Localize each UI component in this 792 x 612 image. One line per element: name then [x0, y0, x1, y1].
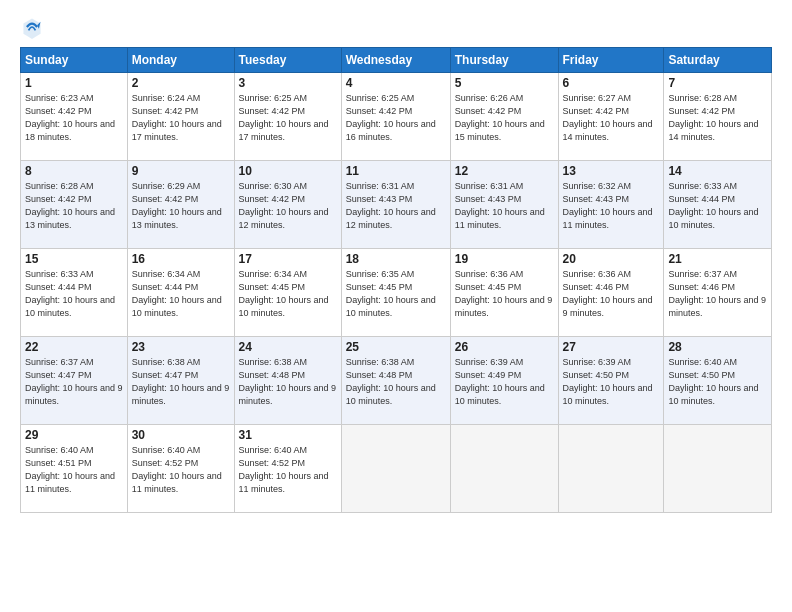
- calendar-cell: 14 Sunrise: 6:33 AM Sunset: 4:44 PM Dayl…: [664, 161, 772, 249]
- calendar-table: SundayMondayTuesdayWednesdayThursdayFrid…: [20, 47, 772, 513]
- day-number: 29: [25, 428, 123, 442]
- calendar-cell: 5 Sunrise: 6:26 AM Sunset: 4:42 PM Dayli…: [450, 73, 558, 161]
- day-info: Sunrise: 6:38 AM Sunset: 4:48 PM Dayligh…: [346, 356, 446, 408]
- header-day: Sunday: [21, 48, 128, 73]
- calendar-cell: 6 Sunrise: 6:27 AM Sunset: 4:42 PM Dayli…: [558, 73, 664, 161]
- day-info: Sunrise: 6:37 AM Sunset: 4:47 PM Dayligh…: [25, 356, 123, 408]
- calendar-cell: 22 Sunrise: 6:37 AM Sunset: 4:47 PM Dayl…: [21, 337, 128, 425]
- header-day: Wednesday: [341, 48, 450, 73]
- day-info: Sunrise: 6:33 AM Sunset: 4:44 PM Dayligh…: [668, 180, 767, 232]
- day-info: Sunrise: 6:30 AM Sunset: 4:42 PM Dayligh…: [239, 180, 337, 232]
- day-info: Sunrise: 6:40 AM Sunset: 4:51 PM Dayligh…: [25, 444, 123, 496]
- day-number: 16: [132, 252, 230, 266]
- day-number: 12: [455, 164, 554, 178]
- header-day: Friday: [558, 48, 664, 73]
- day-number: 5: [455, 76, 554, 90]
- day-info: Sunrise: 6:25 AM Sunset: 4:42 PM Dayligh…: [239, 92, 337, 144]
- calendar-cell: 25 Sunrise: 6:38 AM Sunset: 4:48 PM Dayl…: [341, 337, 450, 425]
- calendar-cell: 23 Sunrise: 6:38 AM Sunset: 4:47 PM Dayl…: [127, 337, 234, 425]
- calendar-cell: [664, 425, 772, 513]
- day-info: Sunrise: 6:39 AM Sunset: 4:49 PM Dayligh…: [455, 356, 554, 408]
- day-info: Sunrise: 6:38 AM Sunset: 4:47 PM Dayligh…: [132, 356, 230, 408]
- day-number: 21: [668, 252, 767, 266]
- calendar-week-row: 1 Sunrise: 6:23 AM Sunset: 4:42 PM Dayli…: [21, 73, 772, 161]
- day-number: 27: [563, 340, 660, 354]
- calendar-cell: 26 Sunrise: 6:39 AM Sunset: 4:49 PM Dayl…: [450, 337, 558, 425]
- day-info: Sunrise: 6:34 AM Sunset: 4:45 PM Dayligh…: [239, 268, 337, 320]
- calendar-cell: 27 Sunrise: 6:39 AM Sunset: 4:50 PM Dayl…: [558, 337, 664, 425]
- day-number: 1: [25, 76, 123, 90]
- calendar-cell: 24 Sunrise: 6:38 AM Sunset: 4:48 PM Dayl…: [234, 337, 341, 425]
- calendar-cell: 21 Sunrise: 6:37 AM Sunset: 4:46 PM Dayl…: [664, 249, 772, 337]
- calendar-cell: 9 Sunrise: 6:29 AM Sunset: 4:42 PM Dayli…: [127, 161, 234, 249]
- day-number: 26: [455, 340, 554, 354]
- day-info: Sunrise: 6:34 AM Sunset: 4:44 PM Dayligh…: [132, 268, 230, 320]
- day-info: Sunrise: 6:38 AM Sunset: 4:48 PM Dayligh…: [239, 356, 337, 408]
- calendar-cell: 28 Sunrise: 6:40 AM Sunset: 4:50 PM Dayl…: [664, 337, 772, 425]
- day-info: Sunrise: 6:28 AM Sunset: 4:42 PM Dayligh…: [668, 92, 767, 144]
- calendar-cell: 2 Sunrise: 6:24 AM Sunset: 4:42 PM Dayli…: [127, 73, 234, 161]
- day-info: Sunrise: 6:28 AM Sunset: 4:42 PM Dayligh…: [25, 180, 123, 232]
- calendar-cell: 15 Sunrise: 6:33 AM Sunset: 4:44 PM Dayl…: [21, 249, 128, 337]
- logo-icon: [20, 15, 44, 39]
- calendar-cell: 7 Sunrise: 6:28 AM Sunset: 4:42 PM Dayli…: [664, 73, 772, 161]
- calendar-week-row: 15 Sunrise: 6:33 AM Sunset: 4:44 PM Dayl…: [21, 249, 772, 337]
- calendar-cell: 11 Sunrise: 6:31 AM Sunset: 4:43 PM Dayl…: [341, 161, 450, 249]
- day-number: 31: [239, 428, 337, 442]
- day-info: Sunrise: 6:24 AM Sunset: 4:42 PM Dayligh…: [132, 92, 230, 144]
- calendar-cell: 29 Sunrise: 6:40 AM Sunset: 4:51 PM Dayl…: [21, 425, 128, 513]
- day-info: Sunrise: 6:33 AM Sunset: 4:44 PM Dayligh…: [25, 268, 123, 320]
- day-info: Sunrise: 6:27 AM Sunset: 4:42 PM Dayligh…: [563, 92, 660, 144]
- calendar-cell: 16 Sunrise: 6:34 AM Sunset: 4:44 PM Dayl…: [127, 249, 234, 337]
- day-info: Sunrise: 6:40 AM Sunset: 4:52 PM Dayligh…: [239, 444, 337, 496]
- day-info: Sunrise: 6:25 AM Sunset: 4:42 PM Dayligh…: [346, 92, 446, 144]
- day-number: 8: [25, 164, 123, 178]
- calendar-cell: 12 Sunrise: 6:31 AM Sunset: 4:43 PM Dayl…: [450, 161, 558, 249]
- header-row: SundayMondayTuesdayWednesdayThursdayFrid…: [21, 48, 772, 73]
- calendar-cell: 20 Sunrise: 6:36 AM Sunset: 4:46 PM Dayl…: [558, 249, 664, 337]
- calendar-cell: 8 Sunrise: 6:28 AM Sunset: 4:42 PM Dayli…: [21, 161, 128, 249]
- header-day: Saturday: [664, 48, 772, 73]
- calendar-week-row: 29 Sunrise: 6:40 AM Sunset: 4:51 PM Dayl…: [21, 425, 772, 513]
- day-number: 30: [132, 428, 230, 442]
- calendar-cell: [341, 425, 450, 513]
- day-number: 13: [563, 164, 660, 178]
- day-number: 18: [346, 252, 446, 266]
- calendar-week-row: 8 Sunrise: 6:28 AM Sunset: 4:42 PM Dayli…: [21, 161, 772, 249]
- calendar-cell: 4 Sunrise: 6:25 AM Sunset: 4:42 PM Dayli…: [341, 73, 450, 161]
- header: [20, 15, 772, 39]
- calendar-cell: 10 Sunrise: 6:30 AM Sunset: 4:42 PM Dayl…: [234, 161, 341, 249]
- day-number: 28: [668, 340, 767, 354]
- day-number: 20: [563, 252, 660, 266]
- day-info: Sunrise: 6:40 AM Sunset: 4:52 PM Dayligh…: [132, 444, 230, 496]
- day-info: Sunrise: 6:31 AM Sunset: 4:43 PM Dayligh…: [346, 180, 446, 232]
- day-number: 25: [346, 340, 446, 354]
- day-number: 11: [346, 164, 446, 178]
- day-number: 2: [132, 76, 230, 90]
- day-info: Sunrise: 6:31 AM Sunset: 4:43 PM Dayligh…: [455, 180, 554, 232]
- calendar-cell: [450, 425, 558, 513]
- calendar-cell: 30 Sunrise: 6:40 AM Sunset: 4:52 PM Dayl…: [127, 425, 234, 513]
- svg-marker-0: [23, 18, 40, 39]
- day-number: 6: [563, 76, 660, 90]
- calendar-cell: 18 Sunrise: 6:35 AM Sunset: 4:45 PM Dayl…: [341, 249, 450, 337]
- day-info: Sunrise: 6:40 AM Sunset: 4:50 PM Dayligh…: [668, 356, 767, 408]
- day-number: 4: [346, 76, 446, 90]
- day-number: 17: [239, 252, 337, 266]
- day-number: 24: [239, 340, 337, 354]
- day-number: 3: [239, 76, 337, 90]
- day-info: Sunrise: 6:29 AM Sunset: 4:42 PM Dayligh…: [132, 180, 230, 232]
- calendar-body: 1 Sunrise: 6:23 AM Sunset: 4:42 PM Dayli…: [21, 73, 772, 513]
- header-day: Monday: [127, 48, 234, 73]
- day-info: Sunrise: 6:23 AM Sunset: 4:42 PM Dayligh…: [25, 92, 123, 144]
- day-number: 19: [455, 252, 554, 266]
- calendar-page: SundayMondayTuesdayWednesdayThursdayFrid…: [0, 0, 792, 612]
- calendar-cell: 13 Sunrise: 6:32 AM Sunset: 4:43 PM Dayl…: [558, 161, 664, 249]
- day-number: 23: [132, 340, 230, 354]
- day-info: Sunrise: 6:39 AM Sunset: 4:50 PM Dayligh…: [563, 356, 660, 408]
- calendar-cell: [558, 425, 664, 513]
- calendar-header: SundayMondayTuesdayWednesdayThursdayFrid…: [21, 48, 772, 73]
- day-number: 15: [25, 252, 123, 266]
- day-number: 10: [239, 164, 337, 178]
- logo: [20, 15, 46, 39]
